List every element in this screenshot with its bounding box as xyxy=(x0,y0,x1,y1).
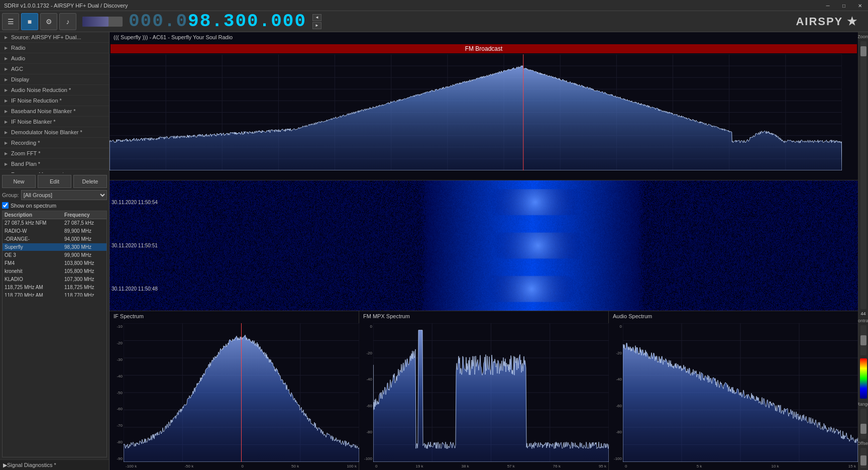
maximize-button[interactable]: □ xyxy=(836,0,852,11)
freq-down-button[interactable]: ► xyxy=(312,22,321,29)
freq-main-part: 98.300.000 xyxy=(188,11,306,32)
table-row[interactable]: FM4103,800 MHz xyxy=(3,259,106,267)
plugin-item-baseband_nb[interactable]: ▶Baseband Noise Blanker * xyxy=(0,106,109,117)
panel-db-label: -100 xyxy=(609,456,623,461)
freq-table-body: 27 087,5 kHz NFM27 087,5 kHzRADIO-W89,90… xyxy=(3,219,106,297)
fm-mpx-title: FM MPX Spectrum xyxy=(363,313,410,319)
plugin-item-display[interactable]: ▶Display xyxy=(0,74,109,85)
volume-slider[interactable] xyxy=(82,17,123,27)
plugin-label-baseband_nb: Baseband Noise Blanker * xyxy=(11,108,75,114)
freq-value-cell: 98,300 MHz xyxy=(62,243,106,251)
new-button[interactable]: New xyxy=(2,175,36,188)
panel-db-label: -40 xyxy=(110,374,124,379)
panel-db-label: 0 xyxy=(609,324,623,329)
plugin-item-zoom_fft[interactable]: ▶Zoom FFT * xyxy=(0,148,109,159)
freq-up-button[interactable]: ◄ xyxy=(312,14,321,21)
plugin-arrow-if_nr: ▶ xyxy=(3,98,9,104)
plugin-label-display: Display xyxy=(11,76,29,82)
settings-button[interactable]: ⚙ xyxy=(40,13,57,30)
fm-broadcast-label: FM Broadcast xyxy=(111,44,857,53)
delete-button[interactable]: Delete xyxy=(73,175,107,188)
freq-axis xyxy=(110,170,858,180)
group-select[interactable]: [All Groups] xyxy=(21,190,107,200)
plugin-label-if_nb: IF Noise Blanker * xyxy=(11,119,56,125)
plugin-item-agc[interactable]: ▶AGC xyxy=(0,64,109,74)
plugin-item-freq_mgr[interactable]: ▼Frequency Manager * xyxy=(0,169,109,173)
show-spectrum-checkbox[interactable] xyxy=(2,202,9,209)
plugin-label-audio: Audio xyxy=(11,55,25,61)
plugin-item-source[interactable]: ▶Source: AIRSPY HF+ Dual... xyxy=(0,32,109,43)
zoom-slider[interactable] xyxy=(860,41,866,309)
table-row[interactable]: Superfly98,300 MHz xyxy=(3,243,106,251)
fm-mpx-freq-axis: 019 k38 k57 k76 k95 k xyxy=(373,462,608,470)
stop-button[interactable]: ■ xyxy=(21,13,38,30)
settings-icon: ⚙ xyxy=(46,18,52,26)
panel-db-label: -40 xyxy=(359,377,373,382)
table-row[interactable]: 27 087,5 kHz NFM27 087,5 kHz xyxy=(3,219,106,227)
range-slider[interactable] xyxy=(860,409,866,439)
freq-desc-cell: 118,770 MHz AM xyxy=(3,292,62,297)
freq-tick: 38 k xyxy=(462,464,469,468)
plugin-label-freq_mgr: Frequency Manager * xyxy=(11,171,64,173)
left-panel: ▶Source: AIRSPY HF+ Dual...▶Radio▶Audio▶… xyxy=(0,32,110,470)
plugin-item-recording[interactable]: ▶Recording * xyxy=(0,138,109,148)
menu-button[interactable]: ☰ xyxy=(2,13,19,30)
freq-tick: 19 k xyxy=(415,464,423,468)
freq-desc-cell: 118,725 MHz AM xyxy=(3,284,62,292)
zoom-slider-thumb[interactable] xyxy=(860,46,866,56)
range-slider-thumb[interactable] xyxy=(860,424,866,434)
audio-button[interactable]: ♪ xyxy=(59,13,76,30)
plugin-list: ▶Source: AIRSPY HF+ Dual...▶Radio▶Audio▶… xyxy=(0,32,109,173)
freq-table: Description Frequency 27 087,5 kHz NFM27… xyxy=(3,211,106,297)
close-button[interactable]: ✕ xyxy=(852,0,868,11)
if-freq-axis: -100 k-50 k050 k100 k xyxy=(124,462,359,470)
freq-tick: 0 xyxy=(625,464,627,468)
table-row[interactable]: 118,770 MHz AM118,770 MHz xyxy=(3,292,106,297)
spectrum-canvas[interactable] xyxy=(110,54,842,170)
contrast-slider-thumb[interactable] xyxy=(860,335,866,345)
freq-desc-cell: KLADIO xyxy=(3,275,62,284)
plugin-item-if_nb[interactable]: ▶IF Noise Blanker * xyxy=(0,117,109,127)
plugin-arrow-audio_nr: ▶ xyxy=(3,87,9,93)
panel-db-label: -20 xyxy=(110,341,124,345)
edit-button[interactable]: Edit xyxy=(38,175,71,188)
offset-slider[interactable] xyxy=(860,448,866,468)
plugin-item-audio_nr[interactable]: ▶Audio Noise Reduction * xyxy=(0,85,109,96)
minimize-button[interactable]: ─ xyxy=(820,0,836,11)
signal-diagnostics-item[interactable]: ▶ Signal Diagnostics * xyxy=(0,459,109,470)
audio-spectrum-panel: Audio Spectrum 0-20-40-60-80-100 05 k10 … xyxy=(609,311,858,470)
plugin-arrow-source: ▶ xyxy=(3,34,9,40)
table-row[interactable]: OE 399,900 MHz xyxy=(3,251,106,259)
fm-mpx-panel: FM MPX Spectrum 0-20-40-60-80-100 019 k3… xyxy=(359,311,609,470)
plugin-item-radio[interactable]: ▶Radio xyxy=(0,43,109,53)
table-row[interactable]: RADIO-W89,900 MHz xyxy=(3,227,106,235)
contrast-slider[interactable] xyxy=(860,325,866,355)
stop-icon: ■ xyxy=(28,18,32,26)
col-frequency: Frequency xyxy=(62,211,106,219)
freq-tick: 100 k xyxy=(347,464,357,468)
freq-table-scroll[interactable]: Description Frequency 27 087,5 kHz NFM27… xyxy=(3,211,106,297)
plugin-item-audio[interactable]: ▶Audio xyxy=(0,53,109,64)
freq-arrows: ◄ ► xyxy=(312,14,321,29)
waterfall-timestamp: 30.11.2020 11:50:51 xyxy=(112,243,212,248)
freq-table-container: Description Frequency 27 087,5 kHz NFM27… xyxy=(2,211,107,457)
panel-db-label: -100 xyxy=(359,456,373,461)
color-scale-bar xyxy=(860,358,867,399)
panel-db-label: -40 xyxy=(609,377,623,382)
right-area: ((( Superfly ))) - AC61 - Superfly Your … xyxy=(110,32,858,470)
offset-slider-thumb[interactable] xyxy=(860,455,866,465)
table-row[interactable]: 118,725 MHz AM118,725 MHz xyxy=(3,284,106,292)
table-row[interactable]: -ORANGE-94,000 MHz xyxy=(3,235,106,243)
menu-icon: ☰ xyxy=(8,18,14,26)
plugin-item-band_plan[interactable]: ▶Band Plan * xyxy=(0,159,109,169)
table-row[interactable]: KLADIO107,300 MHz xyxy=(3,275,106,284)
plugin-item-demod_nb[interactable]: ▶Demodulator Noise Blanker * xyxy=(0,127,109,138)
plugin-arrow-display: ▶ xyxy=(3,76,9,82)
panel-db-label: -10 xyxy=(110,324,124,329)
table-row[interactable]: kronehit105,800 MHz xyxy=(3,267,106,275)
plugin-item-if_nr[interactable]: ▶IF Noise Reduction * xyxy=(0,96,109,106)
freq-desc-cell: 27 087,5 kHz NFM xyxy=(3,219,62,227)
audio-spectrum-title: Audio Spectrum xyxy=(613,313,652,319)
plugin-arrow-baseband_nb: ▶ xyxy=(3,108,9,114)
panel-db-label: -60 xyxy=(359,404,373,408)
